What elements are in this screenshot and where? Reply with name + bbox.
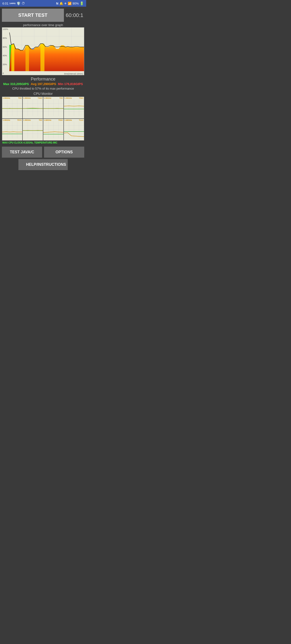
svg-point-18: [32, 48, 33, 50]
cpu-cell-graph-7: [64, 122, 84, 138]
cpu-temp-1: T46C: [37, 97, 42, 99]
options-button[interactable]: OPTIONS: [44, 146, 84, 158]
max-cpu-info: MAX CPU CLOCK:4.32GHz, TEMPERATURE:98C: [2, 141, 84, 145]
cpu-cell-header-0: 1.99GHz T0C: [2, 97, 22, 100]
stat-min: Min 176,816GIPS: [58, 82, 83, 86]
cpu-temp-5: T0C: [39, 119, 42, 121]
circle-icon: ⏱: [21, 2, 25, 5]
svg-rect-17: [40, 44, 44, 71]
shield-icon: 🛡️: [16, 2, 20, 5]
nfc-icon: N: [56, 2, 58, 5]
cpu-freq-1: 1.99GHz: [23, 97, 31, 99]
alarm-icon: 🔔: [59, 2, 63, 5]
cpu-freq-0: 1.99GHz: [3, 97, 10, 99]
cpu-cell-graph-3: [64, 100, 84, 116]
wifi-icon: 📶: [68, 2, 71, 5]
cpu-cell-header-4: 1.99GHz T57C: [2, 119, 22, 122]
cpu-cell-0: 1.99GHz T0C: [2, 97, 22, 118]
performance-section: Performance Max 310,205GIPS Avg 197,290G…: [2, 77, 84, 90]
y-label-0: 0: [3, 72, 8, 74]
graph-title: performance over time graph: [2, 23, 84, 27]
cpu-temp-7: T11C: [79, 119, 83, 121]
status-left: 6:01 144Hz 🛡️ ⏱: [2, 2, 25, 5]
cpu-cell-graph-4: [2, 122, 22, 138]
cpu-cell-graph-1: [23, 100, 43, 116]
y-label-40: 40%: [3, 54, 8, 57]
graph-x-label: time(interval 10min): [64, 72, 83, 75]
cpu-cell-graph-0: [2, 100, 22, 116]
graph-y-labels: 100% 80% 60% 40% 20% 0: [2, 28, 8, 75]
cpu-cell-header-3: 1.99GHz T56C: [64, 97, 84, 100]
status-bar: 6:01 144Hz 🛡️ ⏱ N 🔔 ✈ 📶 90% 🔋: [0, 0, 86, 7]
main-content: START TEST 60:00:1 performance over time…: [0, 7, 86, 174]
cpu-freq-6: 1.68GHz: [44, 119, 51, 121]
battery-percent: 90%: [72, 2, 79, 5]
cpu-cell-header-7: 1.68GHz T11C: [64, 119, 84, 122]
cpu-cell-7: 1.68GHz T11C: [64, 119, 84, 140]
cpu-cell-6: 1.68GHz T53C: [43, 119, 63, 140]
cpu-freq-7: 1.68GHz: [64, 119, 72, 121]
time-display: 6:01: [2, 2, 8, 5]
performance-graph-svg: [9, 28, 84, 71]
status-right: N 🔔 ✈ 📶 90% 🔋: [56, 2, 84, 5]
help-instructions-button[interactable]: HELP/INSTRUCTIONS: [18, 159, 68, 170]
airplane-icon: ✈: [64, 2, 67, 5]
throttle-text: CPU throttled to 57% of its max performa…: [2, 87, 84, 90]
cpu-cell-graph-6: [43, 122, 63, 138]
y-label-100: 100%: [3, 28, 8, 30]
svg-marker-13: [9, 44, 84, 71]
cpu-monitor-title: CPU Monitor: [2, 92, 84, 96]
cpu-cell-header-6: 1.68GHz T53C: [43, 119, 63, 122]
cpu-temp-4: T57C: [17, 119, 22, 121]
y-label-60: 60%: [3, 46, 8, 48]
cpu-temp-2: T0C: [59, 97, 63, 99]
performance-title: Performance: [2, 77, 84, 82]
stat-avg: Avg 197,290GIPS: [31, 82, 56, 86]
cpu-cell-graph-2: [43, 100, 63, 116]
cpu-freq-4: 1.99GHz: [3, 119, 10, 121]
cpu-cell-header-2: 1.99GHz T0C: [43, 97, 63, 100]
cpu-cell-4: 1.99GHz T57C: [2, 119, 22, 140]
top-row: START TEST 60:00:1: [2, 8, 84, 22]
stat-max: Max 310,205GIPS: [3, 82, 29, 86]
y-label-80: 80%: [3, 37, 8, 39]
cpu-cell-graph-5: [23, 122, 43, 138]
cpu-cell-header-5: 1.99GHz T0C: [23, 119, 43, 122]
cpu-temp-0: T0C: [18, 97, 22, 99]
y-label-20: 20%: [3, 63, 8, 66]
cpu-cell-header-1: 1.99GHz T46C: [23, 97, 43, 100]
svg-rect-15: [11, 45, 14, 71]
cpu-freq-3: 1.99GHz: [64, 97, 72, 99]
cpu-monitor-section: CPU Monitor 1.99GHz T0C: [2, 92, 84, 145]
cpu-cell-3: 1.99GHz T56C: [64, 97, 84, 118]
cpu-temp-6: T53C: [58, 119, 63, 121]
cpu-freq-2: 1.99GHz: [44, 97, 51, 99]
cpu-cell-1: 1.99GHz T46C: [23, 97, 43, 118]
cpu-temp-3: T56C: [79, 97, 83, 99]
performance-stats: Max 310,205GIPS Avg 197,290GIPS Min 176,…: [2, 82, 84, 86]
battery-icon: 🔋: [80, 2, 84, 5]
cpu-freq-5: 1.99GHz: [23, 119, 31, 121]
graph-section: performance over time graph 100% 80% 60%…: [2, 23, 84, 75]
help-btn-row: HELP/INSTRUCTIONS: [2, 159, 84, 170]
svg-rect-16: [26, 45, 29, 71]
bottom-buttons: TEST JAVA/C OPTIONS: [2, 146, 84, 158]
cpu-cell-5: 1.99GHz T0C: [23, 119, 43, 140]
test-java-button[interactable]: TEST JAVA/C: [2, 146, 42, 158]
timer-display: 60:00:1: [66, 12, 84, 18]
graph-container: 100% 80% 60% 40% 20% 0: [2, 27, 84, 75]
hz-badge: 144Hz: [9, 2, 15, 4]
start-test-button[interactable]: START TEST: [2, 8, 64, 22]
cpu-cell-2: 1.99GHz T0C: [43, 97, 63, 118]
cpu-grid: 1.99GHz T0C: [2, 96, 84, 141]
